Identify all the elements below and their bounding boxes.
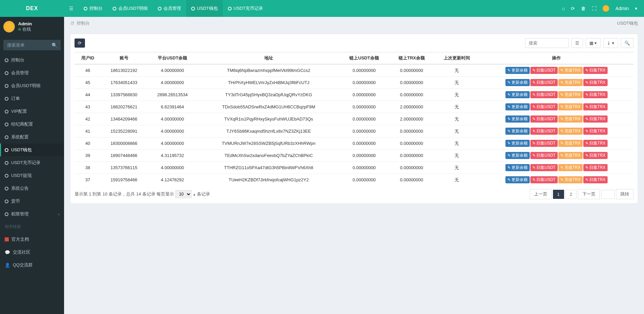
top-tab[interactable]: USDT充币记录 <box>223 0 268 17</box>
update-balance-button[interactable]: 更新余额 <box>505 67 530 74</box>
search-button-icon[interactable]: 🔍 <box>621 38 634 48</box>
sidebar-item[interactable]: 货币 <box>0 195 64 208</box>
logo: DEX <box>0 5 64 11</box>
recharge-trx-button[interactable]: 充值TRX <box>558 91 583 98</box>
sidebar-item[interactable]: 订单 <box>0 92 64 105</box>
update-balance-button[interactable]: 更新余额 <box>505 152 530 159</box>
table-cell: 0.00000000 <box>339 113 389 125</box>
table-cell: 18820276621 <box>101 101 147 113</box>
top-tab[interactable]: USDT钱包 <box>186 0 223 17</box>
update-balance-button[interactable]: 更新余额 <box>505 140 530 147</box>
next-page-button[interactable]: 下一页 <box>578 189 600 199</box>
column-header[interactable]: 链上TRX余额 <box>389 52 434 64</box>
sidebar-item[interactable]: 控制台 <box>0 54 64 67</box>
admin-label[interactable]: Admin <box>615 6 629 11</box>
collect-usdt-button[interactable]: 归集USDT <box>530 103 558 110</box>
grid-view-icon[interactable]: ▦ ▾ <box>586 38 601 48</box>
update-balance-button[interactable]: 更新余额 <box>505 79 530 86</box>
recharge-trx-button[interactable]: 充值TRX <box>558 164 583 171</box>
recharge-trx-button[interactable]: 充值TRX <box>558 140 583 147</box>
collect-trx-button[interactable]: 归集TRX <box>583 91 608 98</box>
home-icon[interactable]: ⌂ <box>562 6 565 11</box>
recharge-trx-button[interactable]: 充值TRX <box>558 103 583 110</box>
collect-usdt-button[interactable]: 归集USDT <box>530 140 558 147</box>
column-header[interactable]: 操作 <box>479 52 634 64</box>
collect-usdt-button[interactable]: 归集USDT <box>530 152 558 159</box>
column-header[interactable]: 上次更新时间 <box>434 52 479 64</box>
table-cell: 46 <box>75 64 101 77</box>
top-tab[interactable]: 会员管理 <box>153 0 186 17</box>
table-cell: TTHRZG11o5PXa47dtG3h5PBin8WFVh6Xh8 <box>198 162 339 174</box>
collect-trx-button[interactable]: 归集TRX <box>583 79 608 86</box>
update-balance-button[interactable]: 更新余额 <box>505 91 530 98</box>
caret-down-icon[interactable]: ▾ <box>635 6 637 11</box>
collect-usdt-button[interactable]: 归集USDT <box>530 115 558 123</box>
sidebar-item[interactable]: USDT充币记录 <box>0 156 64 169</box>
page-jump-input[interactable] <box>601 190 615 199</box>
sidebar-item[interactable]: 系统公告 <box>0 182 64 195</box>
export-icon[interactable]: ⤓ ▾ <box>603 38 618 48</box>
table-cell: 0.00000000 <box>339 137 389 150</box>
sidebar-item[interactable]: 系统配置 <box>0 131 64 143</box>
toolbar: ⟳ ☰ ▦ ▾ ⤓ ▾ 🔍 <box>75 38 634 48</box>
column-header[interactable]: 用户ID <box>75 52 101 64</box>
collect-trx-button[interactable]: 归集TRX <box>583 176 608 183</box>
sidebar-item[interactable]: 会员管理 <box>0 67 64 79</box>
collect-trx-button[interactable]: 归集TRX <box>583 67 608 74</box>
recharge-trx-button[interactable]: 充值TRX <box>558 79 583 86</box>
page-button[interactable]: 2 <box>565 190 577 199</box>
page-button[interactable]: 1 <box>553 190 564 199</box>
recharge-trx-button[interactable]: 充值TRX <box>558 67 583 74</box>
prev-page-button[interactable]: 上一页 <box>530 189 552 199</box>
collect-trx-button[interactable]: 归集TRX <box>583 115 608 123</box>
sidebar-item[interactable]: 会员USDT明细 <box>0 79 64 92</box>
collect-trx-button[interactable]: 归集TRX <box>583 152 608 159</box>
refresh-button[interactable]: ⟳ <box>75 38 85 48</box>
update-balance-button[interactable]: 更新余额 <box>505 115 530 123</box>
search-icon[interactable]: 🔍 <box>52 43 57 48</box>
collect-trx-button[interactable]: 归集TRX <box>583 140 608 147</box>
collect-usdt-button[interactable]: 归集USDT <box>530 67 558 74</box>
search-input[interactable] <box>525 38 569 48</box>
collect-usdt-button[interactable]: 归集USDT <box>530 164 558 171</box>
recharge-trx-button[interactable]: 充值TRX <box>558 176 583 183</box>
recharge-trx-button[interactable]: 充值TRX <box>558 115 583 123</box>
collect-usdt-button[interactable]: 归集USDT <box>530 128 558 135</box>
page-size-select[interactable]: 10 <box>175 190 192 198</box>
column-header[interactable]: 账号 <box>101 52 147 64</box>
top-tab[interactable]: 控制台 <box>79 0 108 17</box>
table-cell: 4.00000000 <box>147 125 198 137</box>
refresh-icon[interactable]: ⟳ <box>571 6 575 11</box>
collect-trx-button[interactable]: 归集TRX <box>583 103 608 110</box>
collect-usdt-button[interactable]: 归集USDT <box>530 79 558 86</box>
table-cell: 13573766115 <box>101 162 147 174</box>
jump-button[interactable]: 跳转 <box>616 189 634 199</box>
column-header[interactable]: 链上USDT余额 <box>339 52 389 64</box>
update-balance-button[interactable]: 更新余额 <box>505 128 530 135</box>
breadcrumb-home[interactable]: 控制台 <box>77 20 90 26</box>
trash-icon[interactable]: 🗑 <box>581 6 586 11</box>
collect-usdt-button[interactable]: 归集USDT <box>530 176 558 183</box>
recharge-trx-button[interactable]: 充值TRX <box>558 152 583 159</box>
menu-toggle-icon[interactable]: ☰ <box>64 6 79 11</box>
top-tab[interactable]: 会员USDT明细 <box>108 0 153 17</box>
collect-trx-button[interactable]: 归集TRX <box>583 164 608 171</box>
sidebar-item[interactable]: 经纪商配置 <box>0 118 64 131</box>
collect-trx-button[interactable]: 归集TRX <box>583 128 608 135</box>
column-header[interactable]: 平台USDT余额 <box>147 52 198 64</box>
table-cell: 无 <box>434 89 479 101</box>
sidebar-item[interactable]: VIP配置 <box>0 105 64 118</box>
update-balance-button[interactable]: 更新余额 <box>505 176 530 183</box>
fullscreen-icon[interactable]: ⛶ <box>592 6 596 11</box>
toggle-view-icon[interactable]: ☰ <box>572 38 583 48</box>
recharge-trx-button[interactable]: 充值TRX <box>558 128 583 135</box>
sidebar-item[interactable]: USDT提现 <box>0 169 64 182</box>
column-header[interactable]: 地址 <box>198 52 339 64</box>
update-balance-button[interactable]: 更新余额 <box>505 103 530 110</box>
update-balance-button[interactable]: 更新余额 <box>505 164 530 171</box>
table-row: 42134642094664.00000000TVXqR1is1PqyRHxyS… <box>75 113 634 125</box>
table-cell: 0.00000000 <box>339 77 389 89</box>
sidebar-item[interactable]: USDT钱包 <box>0 143 64 156</box>
collect-usdt-button[interactable]: 归集USDT <box>530 91 558 98</box>
user-avatar-icon <box>3 21 15 32</box>
